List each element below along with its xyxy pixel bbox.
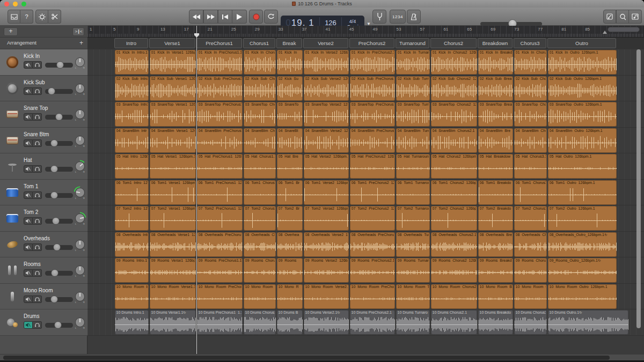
pan-knob[interactable]: LR xyxy=(73,186,87,200)
pan-knob[interactable]: LR xyxy=(73,263,87,277)
mute-button[interactable] xyxy=(24,269,33,277)
region[interactable]: 05_Hat_Turnaroun xyxy=(396,154,430,179)
region[interactable]: 03_SnareTop_Intro xyxy=(115,102,149,127)
region[interactable]: 10_Mono_Room_Chorus2_ xyxy=(431,284,478,309)
metronome-button[interactable] xyxy=(407,10,421,24)
region[interactable]: 10_Mono_Room_Verse2.1 xyxy=(304,284,349,309)
solo-button[interactable] xyxy=(33,295,42,303)
region[interactable]: 04_SnareBtm_Verse2_126 xyxy=(304,128,349,153)
region[interactable]: 02_Kick_Sub_Intro xyxy=(115,76,149,101)
region[interactable]: 04_SnareBtm_Verse1_126 xyxy=(150,128,196,153)
region[interactable]: 05_Hat_Bre xyxy=(277,154,303,179)
note-pad-button[interactable] xyxy=(603,10,616,24)
region[interactable]: 04_SnareBtm_Turn xyxy=(396,128,430,153)
volume-slider[interactable] xyxy=(45,167,73,172)
volume-slider[interactable] xyxy=(45,271,73,276)
region[interactable]: 10 Drums B xyxy=(277,310,303,335)
region[interactable]: 06_Tom1_Outro_126bpm.1 xyxy=(548,180,617,205)
region[interactable]: 10_Mono_Room_In xyxy=(115,284,149,309)
volume-slider-thumb[interactable] xyxy=(50,139,58,147)
region[interactable]: 10_Mono_Room_PreChor xyxy=(350,284,396,309)
solo-button[interactable] xyxy=(33,321,42,329)
arrangement-section-outro[interactable]: Outro xyxy=(547,38,616,48)
region[interactable]: 03_SnareTop_Chor xyxy=(514,102,547,127)
region[interactable]: 10_Mono_Room_PreChor xyxy=(197,284,243,309)
arrangement-section-breakdown[interactable]: Breakdown xyxy=(478,38,513,48)
go-to-beginning-button[interactable] xyxy=(218,10,232,24)
region[interactable]: 08_Overheads_Tur xyxy=(396,232,430,257)
volume-slider[interactable] xyxy=(45,245,73,250)
arrangement-section-turnaround[interactable]: Turnaround xyxy=(396,38,429,48)
tuner-button[interactable] xyxy=(372,10,386,24)
pan-knob[interactable]: LR xyxy=(73,315,87,329)
region[interactable]: 01_Kick_In_ xyxy=(277,50,303,75)
mute-button[interactable] xyxy=(24,295,33,303)
region[interactable]: 06_Tom1_Verse1_126bpm. xyxy=(150,180,196,205)
pan-knob[interactable]: LR xyxy=(73,107,87,121)
mute-button[interactable] xyxy=(24,87,33,95)
volume-slider-thumb[interactable] xyxy=(48,87,55,95)
ruler[interactable]: 1591317212529333741454953576165697377818… xyxy=(87,26,644,38)
region[interactable]: 07_Tom2_Br xyxy=(277,206,303,231)
region[interactable]: 05_Hat_Verse2_126bpm.1 xyxy=(304,154,349,179)
fast-forward-button[interactable] xyxy=(203,10,218,24)
ruler-zoom-slider[interactable] xyxy=(608,27,640,32)
region[interactable]: 08_Overheads_Bre xyxy=(478,232,514,257)
region[interactable]: 02_Kick_Sub_Turn xyxy=(396,76,430,101)
volume-slider[interactable] xyxy=(45,219,73,224)
solo-button[interactable] xyxy=(33,243,42,251)
mute-button[interactable] xyxy=(24,321,33,329)
region[interactable]: 01_Kick_In_PreChorus1.1 xyxy=(197,50,243,75)
mute-button[interactable] xyxy=(24,243,33,251)
volume-slider-thumb[interactable] xyxy=(55,113,63,121)
region[interactable]: 09_Rooms_PreChorus1.1 xyxy=(197,258,243,283)
smart-controls-button[interactable] xyxy=(35,10,48,24)
region[interactable]: 01_Kick_In_Chorus3 xyxy=(514,50,547,75)
region[interactable]: 01_Kick_In_Chorus xyxy=(244,50,276,75)
region[interactable]: 10 Drums Breakdo xyxy=(478,310,514,335)
region[interactable]: 10 Drums Chorus3 xyxy=(514,310,547,335)
region[interactable]: 10 Drums Chorus1 xyxy=(244,310,276,335)
region[interactable]: 04_SnareBtm_Bre xyxy=(478,128,514,153)
track-header-tom-2[interactable]: Tom 2LR xyxy=(0,205,87,232)
pan-knob[interactable]: LR xyxy=(73,238,87,252)
pan-knob[interactable]: LR xyxy=(73,55,87,69)
region[interactable]: 05_Hat_Chorus3.1 xyxy=(514,154,547,179)
region[interactable]: 07_Tom2_Chorus1_ xyxy=(244,206,276,231)
region[interactable]: 05_Hat_PreChorus2_126 xyxy=(350,154,396,179)
region[interactable]: 02_Kick_Sub_Chorus2_12 xyxy=(431,76,478,101)
region[interactable]: 09_Rooms_Intro.1 xyxy=(115,258,149,283)
region[interactable]: 06_Tom1_Chorus1_ xyxy=(244,180,276,205)
track-header-drums[interactable]: DrumsLR xyxy=(0,309,87,336)
playhead[interactable] xyxy=(196,26,197,354)
region[interactable]: 06_Tom1_PreChorus2_12 xyxy=(350,180,396,205)
region[interactable]: 03_SnareTop_Outro_126bpm.1 xyxy=(548,102,617,127)
region[interactable]: 05_Hat_Chorus2_126bpm xyxy=(431,154,478,179)
play-button[interactable] xyxy=(232,10,247,24)
volume-slider-thumb[interactable] xyxy=(56,61,64,69)
zoom-window-button[interactable] xyxy=(21,2,26,6)
region[interactable]: 07_Tom2_Turnarou xyxy=(396,206,430,231)
region[interactable]: 10 Drums Intro.1 xyxy=(115,310,149,335)
region[interactable]: 08_Overheads_PreChoru xyxy=(197,232,243,257)
region[interactable]: 04_SnareBtm_Cho xyxy=(244,128,276,153)
arrangement-section-chorus1[interactable]: Chorus1 xyxy=(243,38,275,48)
region[interactable]: 07_Tom2_Verse2_126bpm xyxy=(304,206,349,231)
volume-slider-thumb[interactable] xyxy=(50,191,58,199)
region[interactable]: 09_Rooms_Chorus2_126b xyxy=(431,258,478,283)
region[interactable]: 03_SnareTop_Chorus2_12 xyxy=(431,102,478,127)
horizontal-scrollbar-thumb[interactable] xyxy=(3,356,610,360)
region[interactable]: 09_Rooms_Turnaro xyxy=(396,258,430,283)
region[interactable]: 05_Hat_Outro_126bpm.1 xyxy=(548,154,617,179)
rewind-button[interactable] xyxy=(189,10,203,24)
track-header-mono-room[interactable]: Mono RoomLR xyxy=(0,284,87,310)
region[interactable]: 03_SnareTop_Verse1_126 xyxy=(150,102,196,127)
region[interactable]: 03_SnareTop_Chor xyxy=(244,102,276,127)
region[interactable]: 07_Tom2_Verse1_126bpm. xyxy=(150,206,196,231)
region[interactable]: 07_Tom2_PreChorus1_126 xyxy=(197,206,243,231)
volume-slider-thumb[interactable] xyxy=(50,295,58,303)
region[interactable]: 03_SnareTop_Turn xyxy=(396,102,430,127)
region[interactable]: 07_Tom2_PreChorus2_12 xyxy=(350,206,396,231)
region[interactable]: 01_Kick_In_Verse1_126bp xyxy=(150,50,196,75)
region[interactable]: 06_Tom1_Br xyxy=(277,180,303,205)
